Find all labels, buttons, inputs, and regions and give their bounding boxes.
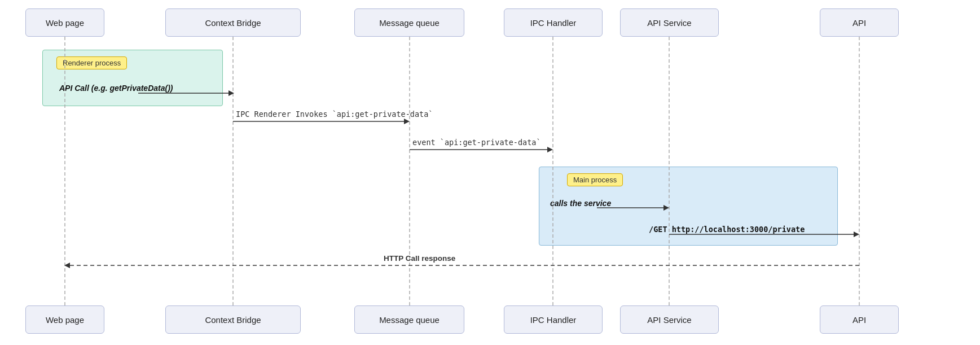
get-request-text: /GET http://localhost:3000/private (649, 225, 805, 234)
sequence-diagram: Renderer process API Call (e.g. getPriva… (0, 0, 980, 345)
lifeline-message-queue-bottom: Message queue (354, 305, 464, 334)
svg-marker-7 (228, 90, 234, 96)
svg-marker-17 (854, 232, 859, 237)
svg-marker-12 (547, 147, 553, 152)
lifeline-api-service-bottom: API Service (620, 305, 719, 334)
lifeline-api-bottom: API (820, 305, 899, 334)
svg-text:HTTP Call response: HTTP Call response (384, 254, 456, 263)
lifeline-ipc-handler-bottom: IPC Handler (504, 305, 603, 334)
svg-marker-9 (404, 119, 410, 124)
lifeline-web-page-bottom: Web page (25, 305, 104, 334)
calls-service-text: calls the service (550, 199, 611, 208)
renderer-process-label: Renderer process (56, 56, 127, 69)
svg-text:event `api:get-private-data`: event `api:get-private-data` (412, 138, 541, 147)
svg-marker-19 (64, 263, 70, 268)
lifeline-api-top: API (820, 8, 899, 37)
lifeline-message-queue-top: Message queue (354, 8, 464, 37)
lifeline-ipc-handler-top: IPC Handler (504, 8, 603, 37)
main-process-label: Main process (567, 173, 623, 186)
lifeline-context-bridge-top: Context Bridge (165, 8, 301, 37)
api-call-text: API Call (e.g. getPrivateData()) (59, 84, 173, 93)
svg-text:IPC Renderer Invokes `api:get-: IPC Renderer Invokes `api:get-private-da… (236, 110, 433, 119)
lifeline-context-bridge-bottom: Context Bridge (165, 305, 301, 334)
lifeline-web-page-top: Web page (25, 8, 104, 37)
lifeline-api-service-top: API Service (620, 8, 719, 37)
